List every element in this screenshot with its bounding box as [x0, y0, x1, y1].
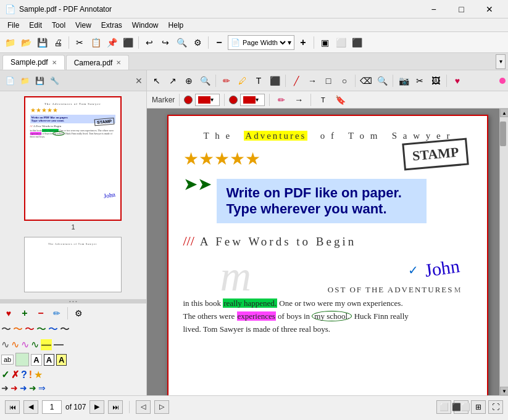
text-tool-rect[interactable]	[15, 353, 29, 366]
label-tool-btn[interactable]: T	[315, 93, 330, 107]
cut-btn[interactable]: ✂	[72, 35, 87, 50]
text-field-btn[interactable]: T	[251, 73, 266, 88]
arrow-style-btn[interactable]: →	[291, 93, 306, 107]
save-btn[interactable]: 💾	[35, 35, 49, 50]
green-check[interactable]: ✓	[1, 369, 9, 381]
new-file-btn[interactable]: 📁	[2, 35, 17, 50]
pdf-viewer[interactable]: T h e Adventures o f T o m S a w y e r ★…	[147, 109, 508, 395]
fullscreen-btn[interactable]: ⛶	[488, 400, 503, 414]
red-x[interactable]: ✗	[11, 369, 19, 381]
squiggle-curved4[interactable]: ∿	[31, 339, 39, 350]
paste-btn[interactable]: 📌	[104, 35, 119, 50]
copy-btn[interactable]: 📋	[88, 35, 103, 50]
nav-prev-btn[interactable]: ◀	[23, 400, 38, 414]
pen-tool-btn[interactable]: ✏	[219, 73, 234, 88]
side-min-btn[interactable]: −	[33, 306, 48, 321]
scroll-thumb[interactable]	[500, 121, 506, 146]
settings-thumb-btn[interactable]: 🔧	[48, 75, 60, 87]
tab-close-camera[interactable]: ✕	[116, 59, 121, 66]
stamp-annotation[interactable]: STAMP	[402, 138, 469, 170]
page-number-input[interactable]	[42, 400, 62, 414]
scan-btn[interactable]: ⬛	[120, 35, 135, 50]
tab-close-sample[interactable]: ✕	[52, 59, 57, 66]
text-tool-A2[interactable]: A	[44, 354, 54, 366]
line-tool-btn[interactable]: ╱	[289, 73, 304, 88]
select-tool-btn[interactable]: ↖	[149, 73, 164, 88]
forward-btn[interactable]: ▷	[154, 400, 169, 414]
highlight-magenta-annotation[interactable]: experiences	[237, 311, 276, 321]
squiggle-curved2[interactable]: ∿	[11, 339, 19, 350]
arrow-blue[interactable]: ➜	[20, 383, 27, 393]
arrow-tool-btn[interactable]: →	[305, 73, 320, 88]
scroll-track[interactable]	[500, 117, 508, 387]
menu-help[interactable]: Help	[164, 20, 189, 31]
tab-dropdown-btn[interactable]: ▾	[496, 54, 506, 69]
zoom-tool-btn[interactable]: ⊕	[181, 73, 196, 88]
squiggle-blue[interactable]: 〜	[48, 323, 58, 336]
squiggle-black[interactable]: 〜	[1, 323, 11, 336]
menu-edit[interactable]: Edit	[24, 20, 47, 31]
open-thumb-btn[interactable]: 📁	[19, 75, 31, 87]
pen-style-btn[interactable]: ✏	[274, 93, 289, 107]
signature-annotation[interactable]: John	[423, 255, 461, 281]
orange-warning[interactable]: !	[29, 369, 32, 381]
close-button[interactable]: ✕	[475, 0, 503, 19]
menu-view[interactable]: View	[70, 20, 96, 31]
thumbnail-page-2[interactable]: The Adventures of Tom Sawyer	[24, 233, 123, 292]
insert-img-btn[interactable]: 🖼	[428, 73, 443, 88]
zoom-in-btn[interactable]: +	[296, 35, 310, 50]
view1-btn[interactable]: ▣	[317, 35, 332, 50]
zoom-out-btn[interactable]: −	[212, 35, 227, 50]
minimize-button[interactable]: −	[420, 0, 448, 19]
nav-next-btn[interactable]: ▶	[90, 400, 104, 414]
left-panel-close-btn[interactable]: ✕	[135, 76, 143, 86]
zoom-selector[interactable]: 📄 Page Width Fit Page 100% ▾	[228, 35, 294, 50]
stamp-tool-btn[interactable]: ⬛	[267, 73, 282, 88]
menu-file[interactable]: File	[2, 20, 24, 31]
line-color-selector[interactable]: ▾	[240, 94, 265, 106]
text-tool-A3[interactable]: A	[56, 354, 67, 366]
text-tool-ab[interactable]: ab	[1, 355, 14, 364]
highlighter-btn[interactable]: 🖊	[235, 73, 250, 88]
squiggle-curved1[interactable]: ∿	[1, 339, 9, 350]
zoom-dropdown[interactable]: Page Width Fit Page 100%	[240, 38, 288, 47]
single-page-view-btn[interactable]: ⬜	[436, 400, 451, 414]
nav-last-btn[interactable]: ⏭	[108, 400, 123, 414]
arrow-red[interactable]: ➜	[10, 383, 18, 393]
tab-camera-pdf[interactable]: Camera.pdf ✕	[66, 55, 130, 70]
line-dark[interactable]: —	[54, 339, 64, 350]
redo-btn[interactable]: ↪	[158, 35, 173, 50]
ellipse-tool-btn[interactable]: ○	[337, 73, 352, 88]
squiggle-curved3[interactable]: ∿	[21, 339, 29, 350]
eraser-btn[interactable]: ⌫	[359, 73, 373, 88]
menu-window[interactable]: Window	[127, 20, 164, 31]
grid-view-btn[interactable]: ⊞	[471, 400, 486, 414]
squiggle-orange[interactable]: 〜	[13, 323, 23, 336]
thumbnail-page-1[interactable]: The Adventures of Tom Sawyer ★★★★★ Write…	[24, 96, 123, 231]
menu-tool[interactable]: Tool	[47, 20, 70, 31]
thumbnail-panel[interactable]: The Adventures of Tom Sawyer ★★★★★ Write…	[0, 91, 146, 299]
yellow-star[interactable]: ★	[34, 369, 43, 381]
marker-color-selector[interactable]: ▾	[195, 94, 220, 106]
search-pdf-btn[interactable]: 🔍	[375, 73, 389, 88]
squiggle-red[interactable]: 〜	[25, 323, 35, 336]
squiggle-green[interactable]: 〜	[36, 323, 46, 336]
side-fav-btn[interactable]: ♥	[1, 306, 16, 321]
line-color-btn[interactable]	[229, 96, 238, 104]
scroll-down-btn[interactable]: ▼	[500, 387, 508, 395]
arrow-black[interactable]: ➜	[1, 383, 9, 393]
side-config-btn[interactable]: ⚙	[71, 306, 86, 321]
maximize-button[interactable]: □	[448, 0, 475, 19]
nav-first-btn[interactable]: ⏮	[5, 400, 20, 414]
blue-question[interactable]: ?	[21, 369, 27, 381]
magnify-btn[interactable]: 🔍	[198, 73, 212, 88]
new-thumb-btn[interactable]: 📄	[4, 75, 16, 87]
side-pen-btn[interactable]: ✏	[49, 306, 64, 321]
two-page-view-btn[interactable]: ⬛⬜	[454, 400, 468, 414]
view3-btn[interactable]: ⬛	[349, 35, 364, 50]
scissors-btn[interactable]: ✂	[412, 73, 427, 88]
squiggle-yellow[interactable]: —	[41, 339, 52, 350]
select2-btn[interactable]: ↗	[165, 73, 180, 88]
squiggle-black2[interactable]: 〜	[60, 323, 70, 336]
arrow-green[interactable]: ➜	[29, 383, 36, 393]
